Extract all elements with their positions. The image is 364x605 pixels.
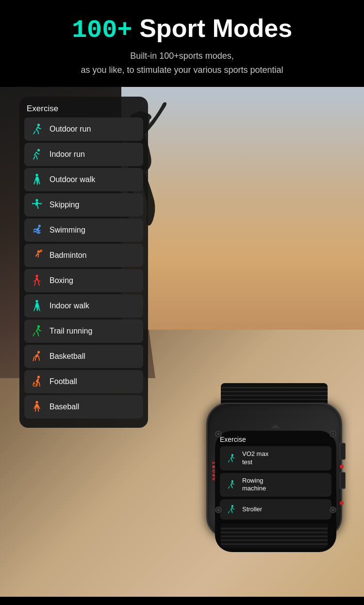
watch-case: SPORT Exercise VO2 maxtest Rowingmachine…: [206, 403, 342, 538]
sport-item[interactable]: Boxing: [24, 269, 143, 292]
watch-sport-name: Stroller: [242, 505, 262, 514]
sport-icon-football: [29, 374, 45, 389]
sport-name: Basketball: [50, 352, 85, 361]
sport-icon-run: [29, 121, 45, 137]
sport-icon-trail: [29, 323, 45, 339]
svg-point-5: [35, 174, 38, 176]
svg-point-16: [35, 401, 38, 403]
side-dot-bottom: [340, 501, 344, 505]
sport-item[interactable]: Football: [24, 370, 143, 393]
page-title: 100+ Sport Modes: [10, 15, 354, 44]
header-section: 100+ Sport Modes Built-in 100+sports mod…: [0, 0, 364, 87]
sport-name: Football: [50, 377, 77, 386]
sport-icon-boxing: [29, 273, 45, 288]
sport-name: Indoor run: [50, 150, 85, 159]
sport-name: Outdoor walk: [50, 175, 95, 184]
svg-point-4: [37, 149, 40, 151]
sport-name: Badminton: [50, 251, 87, 260]
main-content: Exercise Outdoor run Indoor run Outdoor …: [0, 87, 364, 597]
watch-sport-item[interactable]: Stroller: [220, 499, 331, 520]
sport-icon-basketball: [29, 349, 45, 364]
sport-item[interactable]: Trail running: [24, 319, 143, 343]
sport-item[interactable]: Badminton: [24, 244, 143, 267]
svg-point-13: [37, 351, 40, 353]
smartwatch: SPORT Exercise VO2 maxtest Rowingmachine…: [199, 383, 349, 568]
svg-rect-20: [221, 399, 328, 400]
svg-rect-39: [221, 528, 328, 529]
svg-point-22: [232, 454, 233, 456]
sport-item[interactable]: Basketball: [24, 345, 143, 368]
svg-point-24: [232, 505, 233, 507]
svg-rect-42: [221, 539, 328, 541]
svg-point-8: [37, 250, 40, 252]
svg-marker-37: [271, 424, 281, 428]
svg-point-14: [37, 376, 40, 378]
sport-icon-skip: [29, 197, 45, 213]
watch-sport-name: VO2 maxtest: [242, 450, 268, 467]
watch-sport-name: Rowingmachine: [242, 477, 266, 493]
svg-point-11: [35, 300, 38, 302]
title-rest: Sport Modes: [132, 14, 292, 42]
side-button-bottom[interactable]: [340, 472, 346, 489]
watch-sport-icon: [225, 478, 237, 491]
sport-item[interactable]: Indoor run: [24, 143, 143, 166]
sport-icon-indoor-walk: [29, 298, 45, 314]
watch-sport-item[interactable]: Rowingmachine: [220, 473, 331, 497]
watch-body: SPORT Exercise VO2 maxtest Rowingmachine…: [206, 383, 342, 548]
dots-indicator: [0, 597, 364, 605]
sport-item[interactable]: Outdoor run: [24, 118, 143, 141]
sport-item[interactable]: Skipping: [24, 193, 143, 217]
svg-point-7: [38, 224, 41, 227]
sport-icon-walk: [29, 172, 45, 187]
sport-items-list: Outdoor run Indoor run Outdoor walk Skip…: [24, 118, 143, 419]
strap-bottom: [221, 524, 328, 548]
header-subtitle: Built-in 100+sports modes, as you like, …: [10, 49, 354, 77]
sport-item[interactable]: Outdoor walk: [24, 168, 143, 191]
svg-rect-41: [221, 536, 328, 537]
sport-icon-baseball: [29, 399, 45, 415]
svg-point-10: [35, 275, 38, 277]
sport-icon-indoor-run: [29, 147, 45, 162]
svg-rect-43: [221, 543, 328, 545]
sport-name: Swimming: [50, 226, 85, 235]
watch-panel-title: Exercise: [220, 436, 331, 443]
svg-rect-19: [221, 395, 328, 396]
sport-item[interactable]: Swimming: [24, 218, 143, 242]
sport-name: Skipping: [50, 201, 79, 209]
sport-name: Outdoor run: [50, 125, 91, 134]
svg-rect-17: [221, 387, 328, 388]
watch-sport-icon: [225, 452, 237, 465]
watch-items-list: VO2 maxtest Rowingmachine Stroller: [220, 446, 331, 520]
svg-point-23: [232, 481, 233, 483]
side-dot-top: [340, 465, 344, 469]
panel-title: Exercise: [24, 104, 143, 114]
svg-point-6: [35, 199, 38, 202]
sport-icon-badminton: [29, 248, 45, 263]
sport-name: Baseball: [50, 403, 79, 411]
exercise-panel: Exercise Outdoor run Indoor run Outdoor …: [19, 97, 148, 428]
sport-item[interactable]: Indoor walk: [24, 294, 143, 318]
svg-rect-18: [221, 391, 328, 392]
sport-name: Boxing: [50, 276, 73, 285]
watch-sport-item[interactable]: VO2 maxtest: [220, 446, 331, 471]
side-button-top[interactable]: [340, 443, 346, 460]
sport-name: Indoor walk: [50, 302, 89, 310]
sport-icon-swim: [29, 222, 45, 238]
sport-item[interactable]: Baseball: [24, 395, 143, 419]
svg-rect-40: [221, 532, 328, 533]
watch-sport-icon: [225, 503, 237, 516]
svg-point-3: [37, 123, 40, 126]
title-accent: 100+: [72, 16, 132, 45]
svg-point-12: [37, 325, 40, 328]
sport-name: Trail running: [50, 327, 92, 336]
